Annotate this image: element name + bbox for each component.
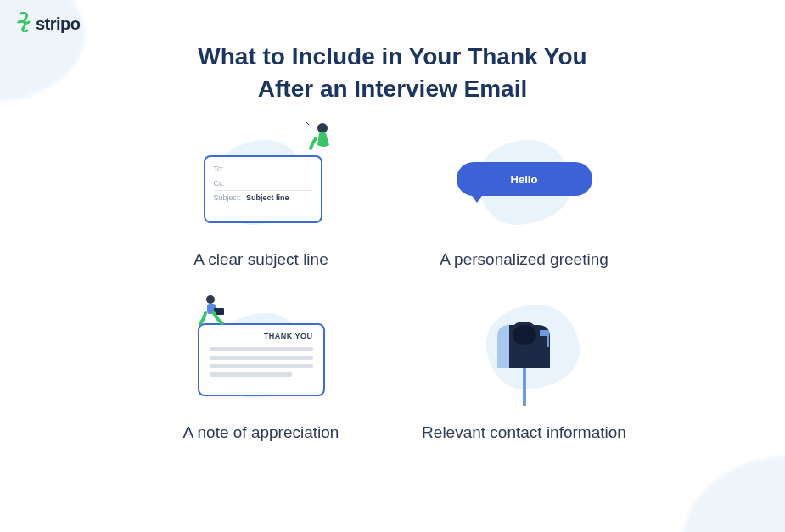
item-caption: Relevant contact information [422, 422, 626, 444]
text-line-icon [210, 364, 313, 368]
person-sitting-laptop-icon [199, 293, 233, 327]
item-caption: A note of appreciation [183, 422, 339, 444]
thank-you-card: THANK YOU [198, 323, 325, 396]
thank-you-title: THANK YOU [210, 332, 313, 340]
item-personalized-greeting: Hello A personalized greeting [418, 132, 631, 271]
item-caption: A clear subject line [193, 249, 328, 271]
text-line-icon [210, 347, 313, 351]
email-compose-card: To: Cc: Subject: Subject line [204, 155, 322, 223]
email-cc-row: Cc: [214, 176, 312, 191]
illustration-mailbox [448, 305, 601, 406]
text-line-icon [210, 372, 293, 377]
email-cc-label: Cc: [214, 179, 226, 188]
text-line-icon [210, 356, 313, 360]
brand-logo: stripo [15, 12, 81, 36]
email-subject-value: Subject line [246, 193, 289, 202]
person-leaning-icon [304, 120, 341, 157]
illustration-thank-you: THANK YOU [185, 305, 338, 406]
items-grid: To: Cc: Subject: Subject line A c [0, 132, 785, 444]
svg-rect-7 [540, 330, 548, 336]
svg-point-5 [513, 325, 536, 345]
illustration-subject-line: To: Cc: Subject: Subject line [185, 132, 338, 233]
brand-name: stripo [36, 14, 81, 34]
mailbox-icon [491, 322, 558, 406]
svg-rect-4 [523, 368, 526, 406]
email-to-label: To: [214, 165, 224, 173]
item-subject-line: To: Cc: Subject: Subject line A c [155, 132, 367, 271]
page-title: What to Include in Your Thank You After … [0, 41, 785, 105]
title-line-1: What to Include in Your Thank You [0, 41, 785, 73]
bubble-text: Hello [511, 173, 538, 186]
item-note-appreciation: THANK YOU A note of appreciation [155, 305, 367, 444]
email-subject-row: Subject: Subject line [214, 191, 312, 204]
item-contact-information: Relevant contact information [418, 305, 631, 444]
svg-point-1 [206, 295, 215, 304]
illustration-greeting: Hello [448, 132, 601, 233]
brand-mark-icon [15, 12, 32, 36]
email-subject-label: Subject: [214, 193, 242, 202]
item-caption: A personalized greeting [440, 249, 608, 271]
email-to-row: To: [214, 162, 312, 176]
speech-bubble-tail-icon [468, 191, 485, 203]
background-blob-bottom-right [683, 456, 785, 532]
title-line-2: After an Interview Email [0, 73, 785, 105]
